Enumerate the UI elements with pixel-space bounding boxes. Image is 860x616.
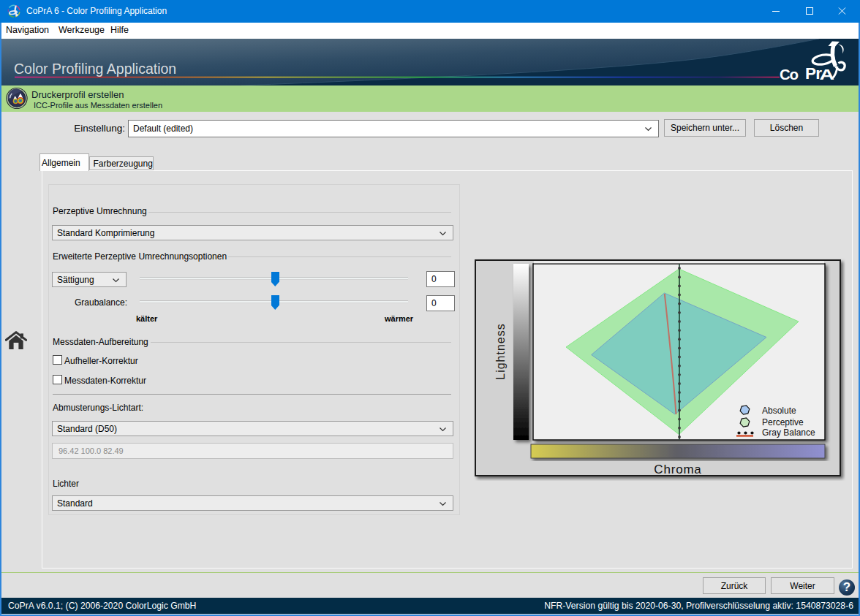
svg-text:Perceptive: Perceptive: [762, 417, 804, 427]
svg-text:Chroma: Chroma: [654, 463, 701, 476]
svg-text:Lightness: Lightness: [494, 323, 507, 380]
svg-text:Absolute: Absolute: [762, 406, 796, 416]
svg-text:A: A: [820, 66, 835, 83]
svg-text:Gray Balance: Gray Balance: [762, 427, 815, 438]
svg-text:Color Profiling Application: Color Profiling Application: [14, 61, 176, 77]
svg-text:Co: Co: [780, 66, 799, 83]
